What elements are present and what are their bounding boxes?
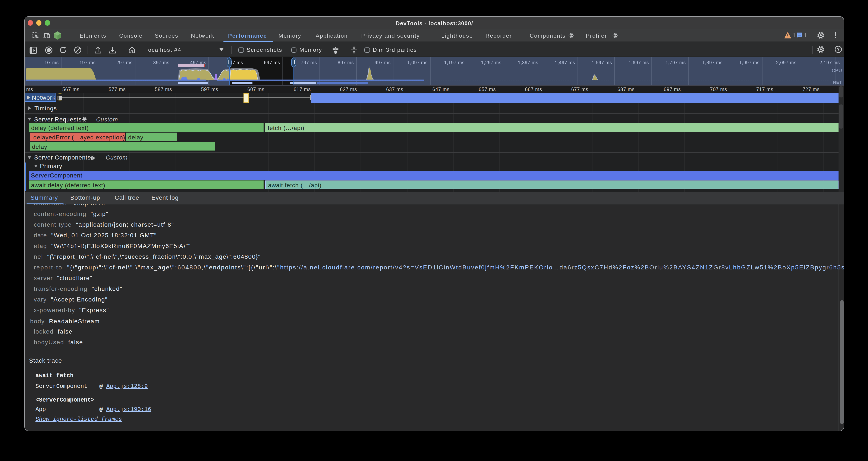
svg-text:?: ?	[837, 47, 840, 52]
